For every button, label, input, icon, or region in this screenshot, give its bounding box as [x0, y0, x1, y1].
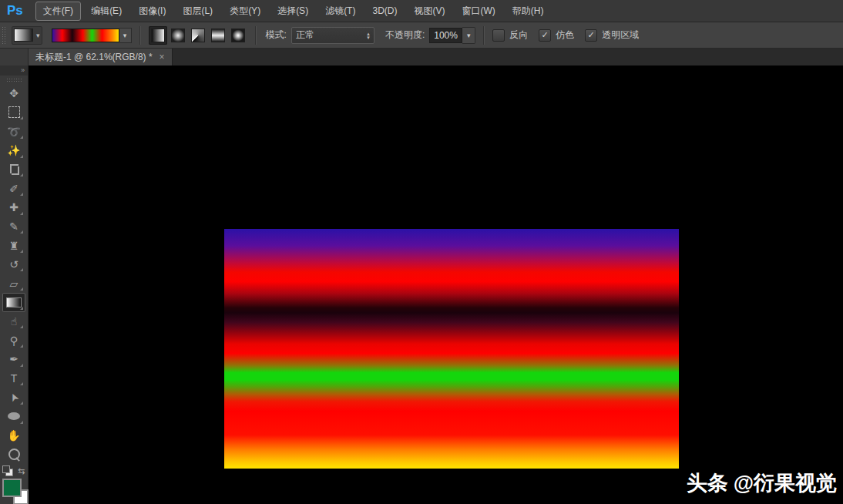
gradient-type-buttons: [149, 26, 247, 45]
diamond-gradient-icon: [231, 29, 245, 42]
ellipse-icon: [8, 412, 20, 420]
menu-item-help[interactable]: 帮助(H): [505, 2, 551, 20]
menu-item-image[interactable]: 图像(I): [132, 2, 173, 20]
gradient-preview[interactable]: [52, 29, 119, 42]
healing-brush-icon: ✚: [9, 202, 18, 213]
crop-tool[interactable]: [2, 160, 25, 180]
canvas-image[interactable]: [224, 229, 679, 469]
menu-item-file[interactable]: 文件(F): [35, 2, 81, 21]
reverse-checkbox[interactable]: [492, 29, 505, 42]
options-bar: ▾ ▾ 模式: 正常 ▴ ▾ 不透明度: 100% ▾ 反向 ✓ 仿色 ✓ 透明…: [0, 22, 843, 49]
tool-preset-picker[interactable]: ▾: [12, 26, 42, 45]
tools-panel: » ✥ ➰ ✨ ✐ ✚ ✎ ♜ ↺ ▱ ☝ ⚲ ✒ T ➤ ✋ ⇆: [0, 66, 29, 504]
separator: [483, 26, 485, 45]
magic-wand-icon: ✨: [7, 145, 20, 156]
dodge-tool[interactable]: ⚲: [2, 331, 25, 350]
foreground-color-swatch[interactable]: [2, 479, 22, 497]
reflected-gradient-button[interactable]: [209, 26, 227, 45]
opacity-value[interactable]: 100%: [429, 28, 462, 43]
spinner-down-icon: ▾: [367, 35, 370, 39]
chevron-down-icon: ▾: [36, 32, 40, 39]
zoom-tool[interactable]: [2, 445, 25, 464]
magic-wand-tool[interactable]: ✨: [2, 141, 25, 160]
color-controls: ⇆: [0, 465, 28, 504]
default-colors-icon[interactable]: [2, 465, 13, 476]
radial-gradient-button[interactable]: [169, 26, 187, 45]
reflected-gradient-icon: [211, 29, 225, 42]
mode-value: 正常: [296, 29, 367, 42]
menu-item-filter[interactable]: 滤镜(T): [318, 2, 362, 20]
diamond-gradient-button[interactable]: [229, 26, 247, 45]
history-brush-icon: ↺: [9, 259, 18, 270]
dither-label: 仿色: [556, 29, 574, 42]
swap-colors-icon[interactable]: ⇆: [18, 466, 25, 476]
mode-select[interactable]: 正常 ▴ ▾: [291, 27, 374, 44]
marquee-icon: [8, 106, 20, 118]
reverse-checkbox-group: 反向: [492, 29, 528, 42]
options-bar-grip[interactable]: [2, 26, 7, 45]
separator: [139, 26, 141, 45]
eyedropper-tool[interactable]: ✐: [2, 179, 25, 198]
dither-checkbox[interactable]: ✓: [539, 29, 551, 42]
brush-icon: ✎: [9, 221, 18, 232]
menu-item-layer[interactable]: 图层(L): [176, 2, 220, 20]
double-arrow-icon: »: [21, 66, 25, 74]
menu-item-3d[interactable]: 3D(D): [365, 3, 404, 18]
menu-item-type[interactable]: 类型(Y): [223, 2, 267, 20]
gradient-picker-dropdown-button[interactable]: ▾: [119, 28, 132, 43]
spinner-icon: ▴ ▾: [367, 32, 370, 39]
menu-item-view[interactable]: 视图(V): [407, 2, 452, 20]
gradient-icon: [6, 297, 22, 307]
lasso-tool[interactable]: ➰: [2, 122, 25, 141]
hand-icon: ✋: [7, 430, 20, 441]
smudge-tool[interactable]: ☝: [2, 312, 25, 331]
watermark-brand: 头条: [687, 472, 728, 495]
magnifier-icon: [8, 449, 20, 460]
ellipse-tool[interactable]: [2, 407, 25, 426]
dodge-icon: ⚲: [10, 335, 18, 346]
toolbar-collapse-button[interactable]: »: [0, 66, 28, 76]
clone-stamp-icon: ♜: [9, 240, 19, 251]
menu-item-edit[interactable]: 编辑(E): [84, 2, 129, 20]
menu-item-select[interactable]: 选择(S): [270, 2, 315, 20]
hand-tool[interactable]: ✋: [2, 426, 25, 445]
document-tab[interactable]: 未标题-1 @ 62.1%(RGB/8) * ×: [29, 49, 173, 66]
path-selection-arrow-icon: ➤: [7, 391, 21, 404]
mode-label: 模式:: [266, 29, 287, 42]
dither-checkbox-group: ✓ 仿色: [539, 29, 574, 42]
menu-item-window[interactable]: 窗口(W): [455, 2, 502, 20]
radial-gradient-icon: [171, 29, 185, 42]
linear-gradient-icon: [151, 29, 165, 42]
main-area: » ✥ ➰ ✨ ✐ ✚ ✎ ♜ ↺ ▱ ☝ ⚲ ✒ T ➤ ✋ ⇆: [0, 66, 843, 504]
photoshop-logo: Ps: [7, 3, 23, 18]
tab-bar: 未标题-1 @ 62.1%(RGB/8) * ×: [0, 49, 843, 66]
toolbar-grip[interactable]: [6, 78, 22, 82]
gradient-picker: ▾: [52, 27, 132, 44]
linear-gradient-button[interactable]: [149, 26, 167, 45]
pen-tool[interactable]: ✒: [2, 350, 25, 369]
tab-bar-spacer: [0, 49, 29, 66]
angle-gradient-button[interactable]: [189, 26, 207, 45]
history-brush-tool[interactable]: ↺: [2, 255, 25, 274]
opacity-label: 不透明度:: [385, 29, 425, 42]
type-tool[interactable]: T: [2, 369, 25, 388]
path-selection-tool[interactable]: ➤: [2, 388, 25, 407]
transparency-checkbox[interactable]: ✓: [585, 29, 597, 42]
eraser-icon: ▱: [10, 278, 18, 289]
opacity-dropdown-button[interactable]: ▾: [462, 27, 475, 44]
brush-tool[interactable]: ✎: [2, 217, 25, 237]
clone-stamp-tool[interactable]: ♜: [2, 236, 25, 255]
document-tab-title: 未标题-1 @ 62.1%(RGB/8) *: [35, 51, 153, 64]
menu-bar: Ps 文件(F) 编辑(E) 图像(I) 图层(L) 类型(Y) 选择(S) 滤…: [0, 0, 843, 22]
rectangular-marquee-tool[interactable]: [2, 103, 25, 123]
eraser-tool[interactable]: ▱: [2, 274, 25, 293]
opacity-control: 100% ▾: [429, 27, 475, 44]
watermark-handle: @衍果视觉: [734, 472, 837, 495]
canvas-area[interactable]: 头条@衍果视觉: [29, 66, 843, 504]
move-tool[interactable]: ✥: [2, 84, 25, 103]
spot-healing-brush-tool[interactable]: ✚: [2, 198, 25, 217]
close-icon[interactable]: ×: [160, 52, 165, 62]
gradient-preset-thumbnail-icon: [14, 29, 33, 42]
gradient-tool[interactable]: [2, 293, 25, 312]
move-icon: ✥: [9, 88, 18, 99]
